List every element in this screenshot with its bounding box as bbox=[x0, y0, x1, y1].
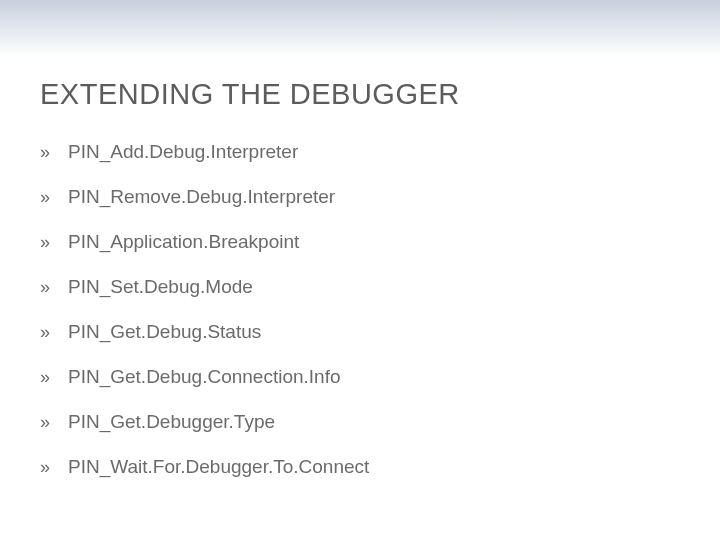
bullet-icon: » bbox=[40, 142, 68, 163]
bullet-icon: » bbox=[40, 412, 68, 433]
list-item: » PIN_Application.Breakpoint bbox=[40, 231, 680, 253]
list-item-label: PIN_Set.Debug.Mode bbox=[68, 276, 680, 298]
list-item-label: PIN_Add.Debug.Interpreter bbox=[68, 141, 680, 163]
bullet-icon: » bbox=[40, 457, 68, 478]
bullet-icon: » bbox=[40, 367, 68, 388]
slide-content: EXTENDING THE DEBUGGER » PIN_Add.Debug.I… bbox=[40, 78, 680, 501]
list-item: » PIN_Set.Debug.Mode bbox=[40, 276, 680, 298]
list-item: » PIN_Add.Debug.Interpreter bbox=[40, 141, 680, 163]
list-item-label: PIN_Get.Debugger.Type bbox=[68, 411, 680, 433]
list-item-label: PIN_Application.Breakpoint bbox=[68, 231, 680, 253]
list-item: » PIN_Remove.Debug.Interpreter bbox=[40, 186, 680, 208]
list-item: » PIN_Get.Debug.Status bbox=[40, 321, 680, 343]
list-item-label: PIN_Remove.Debug.Interpreter bbox=[68, 186, 680, 208]
api-list: » PIN_Add.Debug.Interpreter » PIN_Remove… bbox=[40, 141, 680, 478]
list-item: » PIN_Get.Debugger.Type bbox=[40, 411, 680, 433]
list-item: » PIN_Get.Debug.Connection.Info bbox=[40, 366, 680, 388]
list-item-label: PIN_Get.Debug.Connection.Info bbox=[68, 366, 680, 388]
bullet-icon: » bbox=[40, 187, 68, 208]
slide-title: EXTENDING THE DEBUGGER bbox=[40, 78, 680, 111]
list-item: » PIN_Wait.For.Debugger.To.Connect bbox=[40, 456, 680, 478]
list-item-label: PIN_Wait.For.Debugger.To.Connect bbox=[68, 456, 680, 478]
bullet-icon: » bbox=[40, 322, 68, 343]
header-gradient bbox=[0, 0, 720, 58]
bullet-icon: » bbox=[40, 232, 68, 253]
list-item-label: PIN_Get.Debug.Status bbox=[68, 321, 680, 343]
bullet-icon: » bbox=[40, 277, 68, 298]
